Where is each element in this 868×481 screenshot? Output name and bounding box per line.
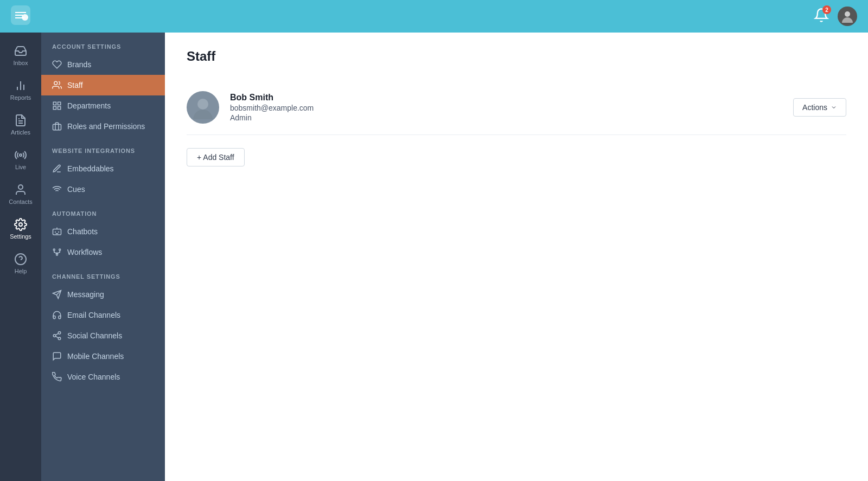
sidebar-item-reports[interactable]: Reports [0, 73, 41, 107]
sidebar-item-embeddables[interactable]: Embeddables [41, 158, 165, 179]
add-staff-button[interactable]: + Add Staff [187, 148, 245, 166]
sidebar-item-chatbots[interactable]: Chatbots [41, 221, 165, 242]
sidebar-item-embeddables-label: Embeddables [67, 164, 114, 173]
sidebar-item-help-label: Help [15, 268, 27, 274]
chevron-down-icon [831, 104, 837, 111]
staff-name: Bob Smith [230, 93, 793, 102]
svg-line-31 [55, 336, 58, 338]
svg-point-13 [54, 81, 58, 85]
sidebar-item-messaging-label: Messaging [67, 290, 104, 299]
sidebar-item-voice-channels[interactable]: Voice Channels [41, 367, 165, 387]
content-area: Staff Bob Smith bobsmith@example.com Adm… [165, 33, 868, 481]
sidebar-item-help[interactable]: Help [0, 246, 41, 281]
sidebar-item-staff-label: Staff [67, 81, 83, 89]
svg-point-29 [53, 335, 56, 337]
svg-point-28 [58, 332, 61, 335]
page-title: Staff [187, 49, 846, 64]
svg-rect-15 [58, 102, 61, 105]
notification-badge: 2 [822, 5, 831, 14]
main-layout: Inbox Reports Articles [0, 33, 868, 481]
staff-card: Bob Smith bobsmith@example.com Admin Act… [187, 80, 846, 135]
svg-point-22 [58, 232, 59, 233]
actions-button[interactable]: Actions [793, 98, 846, 117]
sidebar-item-contacts-label: Contacts [9, 198, 32, 205]
sidebar-item-settings[interactable]: Settings [0, 211, 41, 246]
sidebar-item-brands-label: Brands [67, 60, 91, 69]
staff-info: Bob Smith bobsmith@example.com Admin [230, 93, 793, 122]
svg-point-8 [20, 154, 22, 156]
sidebar-item-articles[interactable]: Articles [0, 107, 41, 142]
settings-sidebar: ACCOUNT SETTINGS Brands Staff D [41, 33, 165, 481]
sidebar-item-settings-label: Settings [10, 233, 31, 240]
sidebar-item-cues[interactable]: Cues [41, 179, 165, 200]
svg-line-32 [55, 334, 58, 335]
svg-point-2 [845, 11, 850, 17]
user-avatar[interactable] [838, 7, 857, 26]
sidebar-item-articles-label: Articles [11, 129, 30, 136]
sidebar-item-reports-label: Reports [10, 94, 31, 101]
staff-email: bobsmith@example.com [230, 104, 793, 112]
sidebar-item-contacts[interactable]: Contacts [0, 177, 41, 211]
sidebar-item-mobile-channels-label: Mobile Channels [67, 352, 124, 361]
sidebar-item-inbox-label: Inbox [14, 60, 28, 66]
sidebar-item-inbox[interactable]: Inbox [0, 38, 41, 73]
sidebar-item-messaging[interactable]: Messaging [41, 284, 165, 305]
sidebar-item-live-label: Live [15, 164, 26, 170]
svg-point-9 [18, 185, 23, 189]
topbar-logo [11, 5, 30, 27]
sidebar-item-departments-label: Departments [67, 101, 111, 110]
sidebar-item-brands[interactable]: Brands [41, 54, 165, 75]
sidebar-item-departments[interactable]: Departments [41, 95, 165, 116]
sidebar-item-workflows-label: Workflows [67, 248, 102, 256]
sidebar-item-chatbots-label: Chatbots [67, 227, 98, 236]
sidebar-item-voice-channels-label: Voice Channels [67, 373, 120, 381]
topbar: 2 [0, 0, 868, 33]
svg-point-10 [19, 223, 22, 226]
sidebar-item-roles-label: Roles and Permissions [67, 122, 145, 131]
sidebar-item-social-channels-label: Social Channels [67, 331, 122, 340]
svg-point-24 [59, 249, 61, 251]
topbar-right: 2 [814, 7, 857, 26]
sidebar-item-live[interactable]: Live [0, 142, 41, 177]
svg-point-21 [55, 232, 56, 233]
svg-point-1 [22, 14, 28, 21]
sidebar-item-staff[interactable]: Staff [41, 75, 165, 95]
svg-point-23 [53, 249, 55, 251]
staff-avatar [187, 91, 219, 124]
svg-point-33 [197, 99, 208, 110]
sidebar-item-mobile-channels[interactable]: Mobile Channels [41, 346, 165, 367]
sidebar-item-email-channels[interactable]: Email Channels [41, 305, 165, 325]
sidebar-item-cues-label: Cues [67, 185, 85, 194]
sidebar-item-social-channels[interactable]: Social Channels [41, 325, 165, 346]
svg-rect-16 [58, 107, 61, 110]
sidebar-item-email-channels-label: Email Channels [67, 311, 120, 319]
svg-rect-14 [53, 102, 56, 105]
website-integrations-header: WEBSITE INTEGRATIONS [41, 137, 165, 158]
staff-role: Admin [230, 113, 793, 122]
channel-settings-header: CHANNEL SETTINGS [41, 262, 165, 284]
account-settings-header: ACCOUNT SETTINGS [41, 33, 165, 54]
notification-bell[interactable]: 2 [814, 8, 829, 25]
svg-rect-17 [53, 107, 56, 110]
icon-sidebar: Inbox Reports Articles [0, 33, 41, 481]
svg-point-30 [58, 337, 61, 340]
automation-header: AUTOMATION [41, 200, 165, 221]
sidebar-item-roles[interactable]: Roles and Permissions [41, 116, 165, 137]
sidebar-item-workflows[interactable]: Workflows [41, 242, 165, 262]
svg-rect-18 [53, 124, 61, 130]
